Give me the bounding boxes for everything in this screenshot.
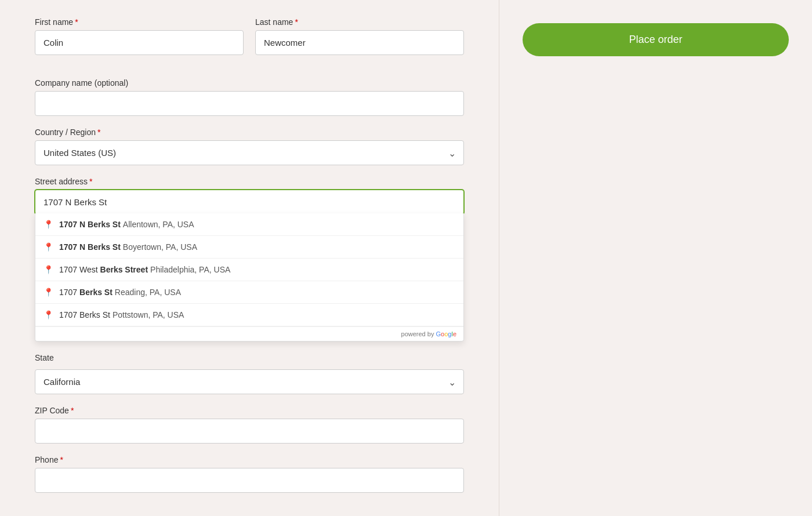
zip-code-label: ZIP Code*	[35, 406, 464, 415]
autocomplete-dropdown: 📍 1707 N Berks StAllentown, PA, USA 📍 17…	[35, 213, 464, 341]
first-name-group: First name*	[35, 17, 244, 55]
name-row: First name* Last name*	[35, 17, 464, 67]
autocomplete-text-2: 1707 N Berks StBoyertown, PA, USA	[59, 242, 197, 252]
phone-label: Phone*	[35, 455, 464, 464]
pin-icon-5: 📍	[44, 310, 53, 319]
pin-icon-3: 📍	[44, 265, 53, 274]
phone-group: Phone*	[35, 455, 464, 493]
state-group: State California ⌄	[35, 353, 464, 394]
autocomplete-item-2[interactable]: 📍 1707 N Berks StBoyertown, PA, USA	[35, 236, 463, 259]
street-address-group: Street address* 📍 1707 N Berks StAllento…	[35, 177, 464, 341]
company-name-input[interactable]	[35, 91, 464, 116]
autocomplete-text-1: 1707 N Berks StAllentown, PA, USA	[59, 220, 194, 229]
autocomplete-item-1[interactable]: 📍 1707 N Berks StAllentown, PA, USA	[35, 213, 463, 236]
company-name-label: Company name (optional)	[35, 78, 464, 88]
state-select[interactable]: California	[35, 369, 464, 394]
zip-code-group: ZIP Code*	[35, 406, 464, 444]
first-name-label: First name*	[35, 17, 244, 27]
last-name-label: Last name*	[255, 17, 464, 27]
state-label: State	[35, 353, 464, 366]
state-select-wrapper: California ⌄	[35, 369, 464, 394]
country-select-wrapper: United States (US) ⌄	[35, 140, 464, 165]
last-name-group: Last name*	[255, 17, 464, 55]
street-address-input[interactable]	[35, 190, 464, 215]
pin-icon-2: 📍	[44, 242, 53, 252]
autocomplete-item-5[interactable]: 📍 1707 Berks StPottstown, PA, USA	[35, 304, 463, 326]
street-required: *	[89, 177, 92, 186]
country-region-group: Country / Region* United States (US) ⌄	[35, 128, 464, 165]
place-order-button[interactable]: Place order	[523, 23, 789, 56]
first-name-input[interactable]	[35, 30, 244, 55]
google-logo-text: Google	[436, 330, 456, 337]
zip-required: *	[71, 406, 74, 415]
street-address-container: 📍 1707 N Berks StAllentown, PA, USA 📍 17…	[35, 190, 464, 341]
last-name-input[interactable]	[255, 30, 464, 55]
pin-icon-1: 📍	[44, 220, 53, 229]
zip-code-input[interactable]	[35, 419, 464, 444]
phone-required: *	[60, 455, 63, 464]
sidebar-section: Place order	[499, 0, 812, 516]
country-select[interactable]: United States (US)	[35, 140, 464, 165]
form-section: First name* Last name* Company name (opt…	[0, 0, 499, 516]
page-layout: First name* Last name* Company name (opt…	[0, 0, 812, 516]
country-region-label: Country / Region*	[35, 128, 464, 137]
company-name-group: Company name (optional)	[35, 78, 464, 116]
autocomplete-text-4: 1707 Berks StReading, PA, USA	[59, 288, 181, 297]
street-address-label: Street address*	[35, 177, 464, 186]
powered-by: powered by Google	[35, 326, 463, 341]
autocomplete-text-3: 1707 West Berks StreetPhiladelphia, PA, …	[59, 265, 230, 274]
country-required: *	[97, 128, 100, 137]
autocomplete-item-3[interactable]: 📍 1707 West Berks StreetPhiladelphia, PA…	[35, 259, 463, 281]
phone-input[interactable]	[35, 468, 464, 493]
last-name-required: *	[295, 17, 298, 27]
pin-icon-4: 📍	[44, 288, 53, 297]
first-name-required: *	[75, 17, 78, 27]
autocomplete-item-4[interactable]: 📍 1707 Berks StReading, PA, USA	[35, 281, 463, 304]
autocomplete-text-5: 1707 Berks StPottstown, PA, USA	[59, 310, 184, 319]
